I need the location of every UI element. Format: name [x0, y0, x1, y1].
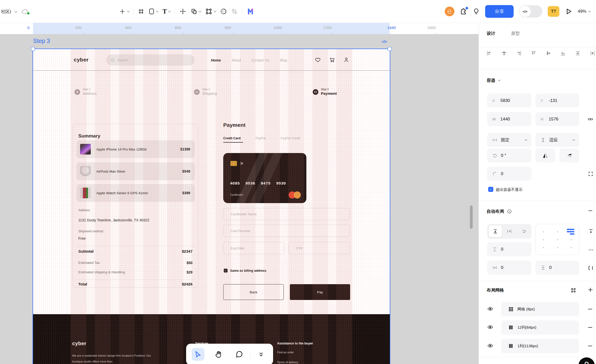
tips-button[interactable]: [473, 8, 480, 15]
view-code-chip[interactable]: </>: [382, 39, 387, 44]
horizontal-resize-dropdown[interactable]: 固定: [487, 133, 531, 147]
distribute-horizontal-icon[interactable]: [590, 50, 595, 56]
direction-vertical-button[interactable]: [489, 225, 502, 237]
share-button[interactable]: 分享: [485, 5, 514, 18]
canvas[interactable]: Step 3 </> cyber Home About Contact Us B…: [0, 34, 479, 364]
nav-blog[interactable]: Blog: [280, 58, 287, 62]
workspace-menu[interactable]: 社区): [1, 9, 11, 14]
direction-horizontal-button[interactable]: [502, 229, 517, 234]
container-section-title[interactable]: 容器: [487, 78, 500, 83]
frame-name-label[interactable]: Step 3: [33, 38, 50, 44]
align-right-icon[interactable]: [516, 50, 522, 56]
constrain-proportions-link-icon[interactable]: [587, 116, 594, 122]
selection-handle-top-right[interactable]: [388, 47, 392, 51]
step-payment[interactable]: Step 3 Payment: [313, 88, 337, 96]
cart-icon[interactable]: [329, 57, 335, 63]
remove-auto-layout-icon[interactable]: [588, 208, 593, 214]
horizontal-padding-field[interactable]: 0: [487, 261, 531, 275]
account-icon[interactable]: [343, 57, 349, 63]
present-button[interactable]: [565, 8, 572, 15]
grid-setting[interactable]: 网格 (8px): [501, 302, 579, 316]
independent-corners-icon[interactable]: [588, 171, 594, 177]
eye-icon[interactable]: [487, 324, 494, 330]
ai-tool[interactable]: [247, 8, 254, 15]
grid-setting[interactable]: 1列(1136px): [501, 339, 579, 353]
height-field[interactable]: H1576: [535, 112, 579, 126]
add-grid-icon[interactable]: [587, 287, 593, 293]
tab-paypal-credit[interactable]: PayPal Credit: [281, 136, 300, 140]
flip-vertical-button[interactable]: [559, 148, 579, 162]
cardholder-name-field[interactable]: Cardholder Name: [223, 208, 350, 220]
vertical-padding-field[interactable]: 0: [535, 261, 579, 275]
align-horizontal-center-icon[interactable]: [501, 50, 507, 56]
y-position-field[interactable]: Y-131: [535, 94, 579, 108]
direction-wrap-button[interactable]: [517, 229, 531, 234]
align-bottom-icon[interactable]: [560, 50, 566, 56]
grid-presets-icon[interactable]: [570, 287, 576, 293]
design-frame[interactable]: cyber Home About Contact Us Blog: [33, 49, 390, 364]
product-row[interactable]: AirPods Max Silver $549: [77, 162, 195, 180]
eye-icon[interactable]: [487, 306, 494, 312]
align-top-icon[interactable]: [531, 50, 537, 56]
align-left-icon[interactable]: [486, 50, 492, 56]
nav-home[interactable]: Home: [211, 58, 221, 62]
ai-assistant-badge[interactable]: T?: [548, 6, 559, 17]
text-tool[interactable]: T: [162, 8, 170, 15]
grid-setting[interactable]: 12列(64px): [501, 320, 579, 335]
footer-link-find-order[interactable]: Find an order: [277, 351, 294, 354]
remove-grid-icon[interactable]: [587, 324, 593, 330]
checkbox-checked-icon[interactable]: ✓: [224, 269, 228, 272]
chevron-down-icon[interactable]: [127, 10, 130, 12]
distribute-vertical-icon[interactable]: [575, 50, 581, 56]
back-button[interactable]: Back: [223, 284, 284, 300]
frame-tool[interactable]: [138, 8, 144, 14]
comment-tool-button[interactable]: [235, 350, 243, 358]
mask-tool[interactable]: [220, 8, 227, 15]
tab-prototype[interactable]: 原型: [511, 31, 520, 36]
nav-contact[interactable]: Contact Us: [252, 58, 269, 62]
exp-date-field[interactable]: Exp.Date: [223, 242, 284, 254]
product-row[interactable]: Apple Watch Series 9 GPS 41mm $399: [77, 184, 195, 202]
clip-content-checkbox[interactable]: ✓: [488, 187, 493, 192]
width-field[interactable]: W1440: [487, 112, 531, 126]
selection-handle-top-left[interactable]: [31, 47, 35, 51]
card-number-field[interactable]: Card Number: [223, 225, 350, 237]
spacing-options-icon[interactable]: [588, 228, 594, 234]
horizontal-ruler[interactable]: 0 200 400 600 800 1000 1200 1440 1600: [0, 23, 479, 34]
tab-credit-card[interactable]: Credit Card: [223, 136, 241, 140]
chevron-down-icon[interactable]: [168, 10, 171, 12]
pay-button[interactable]: Pay: [290, 284, 350, 300]
collapse-toolbar-button[interactable]: [258, 351, 264, 358]
shape-tool[interactable]: [148, 8, 158, 15]
align-vertical-center-icon[interactable]: [545, 50, 551, 56]
help-bubble[interactable]: Q: [578, 357, 595, 364]
more-options-icon[interactable]: [588, 247, 594, 253]
x-position-field[interactable]: X5830: [487, 94, 531, 108]
move-tool[interactable]: [179, 8, 186, 15]
canvas-scrollbar[interactable]: [470, 205, 473, 229]
vertical-resize-dropdown[interactable]: 适应: [535, 133, 579, 147]
cvv-field[interactable]: CVV: [289, 242, 350, 254]
remove-grid-icon[interactable]: [587, 343, 593, 349]
billing-address-checkbox-row[interactable]: ✓ Same as billing address: [224, 269, 266, 272]
eye-icon[interactable]: [487, 343, 494, 349]
search-input[interactable]: [117, 58, 181, 62]
rotation-field[interactable]: 0 °: [487, 148, 531, 162]
avatar[interactable]: 已: [445, 7, 454, 16]
select-tool-button[interactable]: [192, 348, 204, 361]
chevron-down-icon[interactable]: [14, 9, 18, 13]
plugins-button[interactable]: [460, 8, 467, 15]
corner-radius-field[interactable]: 0: [487, 167, 531, 181]
boolean-tool[interactable]: [191, 8, 201, 15]
independent-padding-icon[interactable]: [588, 265, 594, 271]
footer-link-terms[interactable]: Terms of delivery: [277, 361, 298, 364]
auto-layout-alignment-grid[interactable]: [535, 224, 579, 255]
nav-about[interactable]: About: [232, 58, 241, 62]
tab-design[interactable]: 设计: [487, 31, 495, 36]
crop-tool[interactable]: [231, 8, 238, 15]
code-mode-toggle[interactable]: </>: [519, 5, 542, 18]
flip-horizontal-button[interactable]: [535, 148, 555, 162]
chevron-down-icon[interactable]: [199, 10, 201, 12]
insert-tool[interactable]: [119, 8, 129, 15]
vector-tool[interactable]: [205, 8, 216, 15]
